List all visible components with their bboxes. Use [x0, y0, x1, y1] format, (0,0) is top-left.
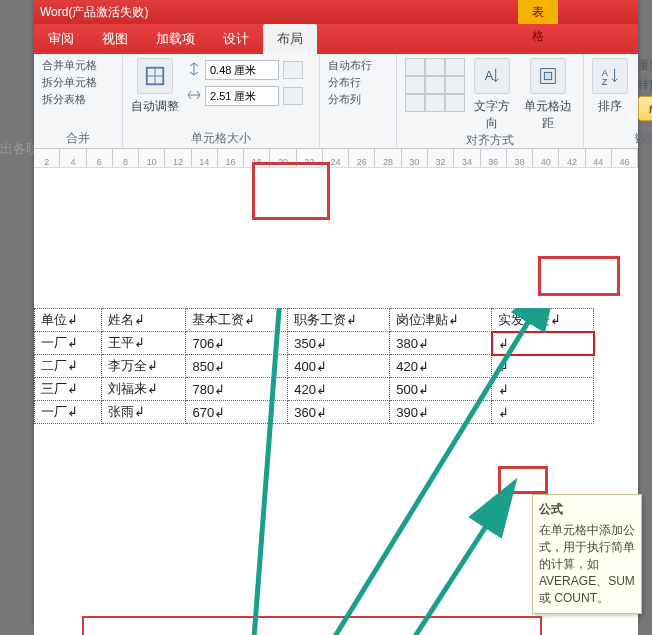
- highlight-cursor-cell: [498, 466, 548, 494]
- row-height-input[interactable]: [205, 60, 279, 80]
- highlight-layout-tab: [252, 162, 330, 220]
- ruler-tick: 22: [297, 149, 323, 167]
- table-cell[interactable]: 360↲: [288, 401, 390, 424]
- cell-margins-icon: [530, 58, 566, 94]
- table-cell[interactable]: 706↲: [186, 332, 288, 355]
- width-up-icon[interactable]: [283, 87, 303, 105]
- table-header-cell[interactable]: 单位↲: [35, 309, 102, 332]
- formula-button[interactable]: fx 公式: [638, 96, 652, 121]
- ruler-tick: 6: [87, 149, 113, 167]
- table-cell[interactable]: 王平↲: [102, 332, 186, 355]
- table-cell[interactable]: ↲: [492, 378, 594, 401]
- ruler-tick: 12: [165, 149, 191, 167]
- distribute-autolayout[interactable]: 自动布行: [328, 58, 388, 73]
- group-cellsize: 自动调整: [123, 54, 320, 148]
- table-cell[interactable]: 李万全↲: [102, 355, 186, 378]
- table-cell[interactable]: 670↲: [186, 401, 288, 424]
- app-title: Word(产品激活失败): [40, 4, 148, 21]
- contextual-tab-header: 表格工具: [518, 0, 558, 24]
- align-tc-icon[interactable]: [425, 58, 445, 76]
- table-cell[interactable]: 一厂↲: [35, 401, 102, 424]
- sort-button[interactable]: AZ 排序: [592, 58, 628, 121]
- autofit-button[interactable]: 自动调整: [131, 58, 179, 115]
- group-merge: 合并单元格 拆分单元格 拆分表格 合并: [34, 54, 123, 148]
- col-width-input[interactable]: [205, 86, 279, 106]
- repeat-header-button[interactable]: 重复标题行: [638, 58, 652, 73]
- align-ml-icon[interactable]: [405, 76, 425, 94]
- tab-布局[interactable]: 布局: [263, 24, 317, 54]
- split-table-button[interactable]: 拆分表格: [42, 92, 114, 107]
- height-up-icon[interactable]: [283, 61, 303, 79]
- ruler-tick: 30: [402, 149, 428, 167]
- tab-加载项[interactable]: 加载项: [142, 24, 209, 54]
- tooltip-title: 公式: [539, 501, 635, 518]
- table-cell[interactable]: 500↲: [390, 378, 492, 401]
- table-cell-cursor[interactable]: ↲: [492, 332, 594, 355]
- tab-设计[interactable]: 设计: [209, 24, 263, 54]
- merge-cells-button[interactable]: 合并单元格: [42, 58, 114, 73]
- ruler-tick: 10: [139, 149, 165, 167]
- align-tr-icon[interactable]: [445, 58, 465, 76]
- table-row: 三厂↲刘福来↲780↲420↲500↲↲: [35, 378, 594, 401]
- table-cell[interactable]: 850↲: [186, 355, 288, 378]
- table-cell[interactable]: 刘福来↲: [102, 378, 186, 401]
- align-grid[interactable]: [405, 58, 463, 110]
- group-label-merge: 合并: [42, 130, 114, 146]
- horizontal-ruler[interactable]: 2468101214161820222426283032343638404244…: [34, 149, 638, 168]
- table-cell[interactable]: 390↲: [390, 401, 492, 424]
- align-tl-icon[interactable]: [405, 58, 425, 76]
- svg-text:Z: Z: [602, 77, 608, 87]
- text-direction-icon: A: [474, 58, 510, 94]
- group-distribute: 自动布行 分布行 分布列: [320, 54, 397, 148]
- table-cell[interactable]: 400↲: [288, 355, 390, 378]
- table-header-cell[interactable]: 职务工资↲: [288, 309, 390, 332]
- table-cell[interactable]: ↲: [492, 355, 594, 378]
- cell-margins-button[interactable]: 单元格边距: [522, 58, 575, 132]
- split-cells-button[interactable]: 拆分单元格: [42, 75, 114, 90]
- table-cell[interactable]: 一厂↲: [35, 332, 102, 355]
- align-mr-icon[interactable]: [445, 76, 465, 94]
- tab-审阅[interactable]: 审阅: [34, 24, 88, 54]
- table-cell[interactable]: 张雨↲: [102, 401, 186, 424]
- ruler-tick: 4: [60, 149, 86, 167]
- table-cell[interactable]: 780↲: [186, 378, 288, 401]
- table-cell[interactable]: 380↲: [390, 332, 492, 355]
- document-area[interactable]: 单位↲姓名↲基本工资↲职务工资↲岗位津贴↲实发工资↲一厂↲王平↲706↲350↲…: [34, 308, 638, 635]
- align-mc-icon[interactable]: [425, 76, 445, 94]
- convert-to-text-button[interactable]: 转换为文本: [638, 77, 652, 92]
- table-cell[interactable]: 420↲: [288, 378, 390, 401]
- tab-视图[interactable]: 视图: [88, 24, 142, 54]
- ruler-tick: 42: [559, 149, 585, 167]
- align-bl-icon[interactable]: [405, 94, 425, 112]
- svg-text:A: A: [485, 68, 494, 83]
- ruler-tick: 2: [34, 149, 60, 167]
- autofit-label: 自动调整: [131, 98, 179, 115]
- group-data: AZ 排序 重复标题行 转换为文本 fx 公式 数据: [584, 54, 652, 148]
- col-width-icon: [187, 88, 201, 105]
- ruler-tick: 14: [192, 149, 218, 167]
- ribbon-tabs: 审阅视图加载项设计布局: [34, 24, 638, 54]
- ruler-tick: 36: [481, 149, 507, 167]
- formula-tooltip: 公式 在单元格中添加公式，用于执行简单的计算，如 AVERAGE、SUM 或 C…: [532, 494, 642, 614]
- distribute-rows-button[interactable]: 分布行: [328, 75, 388, 90]
- table-cell[interactable]: ↲: [492, 401, 594, 424]
- align-br-icon[interactable]: [445, 94, 465, 112]
- ruler-tick: 16: [218, 149, 244, 167]
- distribute-cols-button[interactable]: 分布列: [328, 92, 388, 107]
- table-cell[interactable]: 三厂↲: [35, 378, 102, 401]
- align-bc-icon[interactable]: [425, 94, 445, 112]
- ruler-tick: 38: [507, 149, 533, 167]
- table-header-cell[interactable]: 基本工资↲: [186, 309, 288, 332]
- table-header-cell[interactable]: 姓名↲: [102, 309, 186, 332]
- table-cell[interactable]: 二厂↲: [35, 355, 102, 378]
- ruler-tick: 18: [244, 149, 270, 167]
- col-width-spinner[interactable]: [187, 86, 303, 106]
- table-header-cell[interactable]: 岗位津贴↲: [390, 309, 492, 332]
- ruler-tick: 34: [454, 149, 480, 167]
- text-direction-button[interactable]: A 文字方向: [471, 58, 514, 132]
- table-cell[interactable]: 350↲: [288, 332, 390, 355]
- row-height-spinner[interactable]: [187, 60, 303, 80]
- table-cell[interactable]: 420↲: [390, 355, 492, 378]
- salary-table[interactable]: 单位↲姓名↲基本工资↲职务工资↲岗位津贴↲实发工资↲一厂↲王平↲706↲350↲…: [34, 308, 594, 424]
- table-header-cell[interactable]: 实发工资↲: [492, 309, 594, 332]
